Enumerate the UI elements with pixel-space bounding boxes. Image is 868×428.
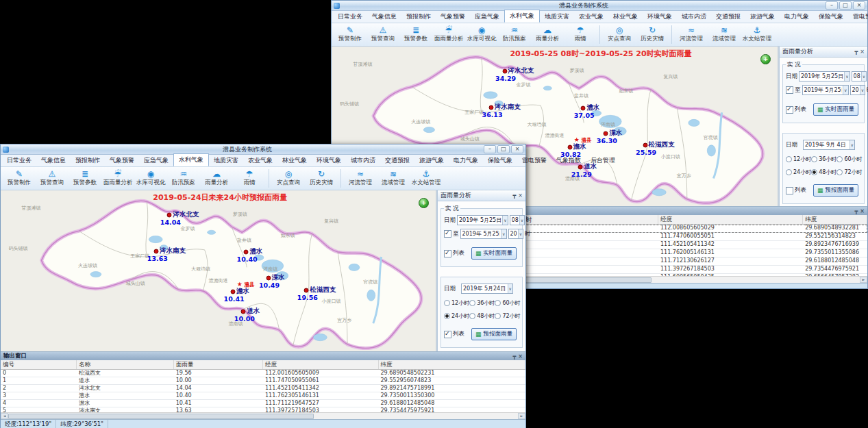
end-date-dropdown[interactable]: 2019年 5月25日 ∨ <box>802 85 849 95</box>
table-row[interactable]: 0松滋西支19.56112.00160560500929.68905485022… <box>1 370 525 377</box>
toolbar-button-warning-params[interactable]: ≣预警参数 <box>399 23 432 46</box>
toolbar-button-flood-plan[interactable]: ♒防汛预案 <box>498 23 531 46</box>
toolbar-button-warning-make[interactable]: ✎预警制作 <box>3 167 36 190</box>
end-hour-dropdown[interactable]: 20 ∨ <box>850 85 866 95</box>
table-row[interactable]: 3澧水10.40111.76230514613129.7350011350300 <box>1 392 525 400</box>
menu-item-林业气象[interactable]: 林业气象 <box>608 11 643 23</box>
toolbar-button-reservoir-view[interactable]: ◉水库可视化 <box>134 167 167 190</box>
radio-60小时[interactable]: 60小时 <box>495 299 520 307</box>
menu-item-环境气象[interactable]: 环境气象 <box>643 11 677 23</box>
radio-72小时[interactable]: 72小时 <box>836 168 862 176</box>
restore-button[interactable]: □ <box>839 1 852 10</box>
menu-item-气象信息[interactable]: 气象信息 <box>36 155 71 166</box>
table-row[interactable]: 2涔水北支14.04111.45210541134229.89214757189… <box>1 385 525 392</box>
toolbar-button-warning-query[interactable]: ⚠预警查询 <box>36 167 69 190</box>
forecast-rainfall-button[interactable]: ▦ 预报面雨量 <box>471 328 517 340</box>
menu-item-电力气象[interactable]: 电力气象 <box>780 11 814 23</box>
radio-36小时[interactable]: 36小时 <box>811 155 836 163</box>
end-date-dropdown[interactable]: 2019年 5月25日 ∨ <box>460 229 507 239</box>
list-checkbox[interactable] <box>786 106 793 114</box>
table-row[interactable]: 1道水10.00111.74705095506129.552956074823 <box>1 377 525 385</box>
column-header-经度[interactable]: 经度 <box>263 360 379 369</box>
titlebar[interactable]: 澧县业务制作系统 – □ × <box>1 144 525 155</box>
toolbar-button-reservoir-view[interactable]: ◉水库可视化 <box>465 23 498 46</box>
panel-close-icon[interactable]: × <box>518 192 523 199</box>
toolbar-button-river-manage[interactable]: ≈河流管理 <box>675 23 708 46</box>
toolbar-button-warning-params[interactable]: ≣预警参数 <box>69 167 101 190</box>
start-hour-dropdown[interactable]: 08 ∨ <box>852 71 867 81</box>
panel-close-icon[interactable]: × <box>518 353 523 360</box>
menu-item-后台管理[interactable]: 后台管理 <box>586 155 620 166</box>
menu-item-水利气象[interactable]: 水利气象 <box>173 153 209 166</box>
to-checkbox[interactable] <box>786 86 793 94</box>
horizontal-scrollbar[interactable]: ◄ ► <box>1 412 525 419</box>
menu-item-旅游气象[interactable]: 旅游气象 <box>745 11 780 23</box>
menu-item-交通预报[interactable]: 交通预报 <box>711 11 745 23</box>
menu-item-保险气象[interactable]: 保险气象 <box>483 155 517 166</box>
menu-item-林业气象[interactable]: 林业气象 <box>277 155 312 166</box>
start-date-dropdown[interactable]: 2019年 5月25日 ∨ <box>457 215 508 225</box>
realtime-rainfall-button[interactable]: ▦ 实时面雨量 <box>471 247 517 260</box>
radio-48小时[interactable]: 48小时 <box>811 168 836 176</box>
map-locate-button[interactable]: + <box>760 54 771 64</box>
column-header-纬度[interactable]: 纬度 <box>803 215 867 224</box>
pin-icon[interactable]: ┳ <box>854 49 858 55</box>
menu-item-预报制作[interactable]: 预报制作 <box>71 155 105 166</box>
toolbar-button-rain-info[interactable]: ☂雨情 <box>233 167 266 190</box>
radio-24小时[interactable]: 24小时 <box>786 168 811 176</box>
menu-item-电力气象[interactable]: 电力气象 <box>449 155 483 166</box>
menu-item-环境气象[interactable]: 环境气象 <box>312 155 346 166</box>
toolbar-button-disaster-query[interactable]: ◎灾点查询 <box>603 23 636 46</box>
radio-48小时[interactable]: 48小时 <box>469 312 495 320</box>
column-header-面雨量[interactable]: 面雨量 <box>174 360 263 369</box>
toolbar-button-history-disaster[interactable]: ↻历史灾情 <box>305 167 338 190</box>
start-date-dropdown[interactable]: 2019年 5月25日 ∨ <box>799 71 850 81</box>
start-hour-dropdown[interactable]: 08 ∨ <box>510 215 525 225</box>
menu-item-雷电预警[interactable]: 雷电预警 <box>517 155 551 166</box>
pin-icon[interactable]: ┳ <box>512 192 516 199</box>
toolbar-button-rain-analysis[interactable]: ☁雨量分析 <box>531 23 564 46</box>
menu-item-地质灾害[interactable]: 地质灾害 <box>209 155 243 166</box>
toolbar-button-areal-rain-analysis[interactable]: ☔面雨量分析 <box>101 167 134 190</box>
end-hour-dropdown[interactable]: 20 ∨ <box>508 229 524 239</box>
list-checkbox[interactable] <box>786 187 793 194</box>
restore-button[interactable]: □ <box>497 145 510 153</box>
scroll-right-icon[interactable]: ► <box>518 413 525 419</box>
panel-close-icon[interactable]: × <box>860 49 865 55</box>
menu-item-气象预警[interactable]: 气象预警 <box>105 155 139 166</box>
toolbar-button-warning-query[interactable]: ⚠预警查询 <box>367 23 399 46</box>
menu-item-气象预警[interactable]: 气象预警 <box>436 11 470 23</box>
panel-close-icon[interactable]: × <box>860 208 865 214</box>
column-header-经度[interactable]: 经度 <box>658 215 803 224</box>
pin-icon[interactable]: ┳ <box>854 208 858 214</box>
menu-item-气象指数[interactable]: 气象指数 <box>551 155 586 166</box>
menu-item-水利气象[interactable]: 水利气象 <box>504 10 540 23</box>
titlebar[interactable]: 澧县业务制作系统 – □ × <box>332 1 867 11</box>
map-area[interactable]: 甘溪滩镇码头铺镇火连坡镇王家厂镇金罗镇梦溪镇复兴镇如东镇盐井镇大堰垱镇涔南镇城头… <box>1 190 437 351</box>
menu-item-气象信息[interactable]: 气象信息 <box>367 11 401 23</box>
toolbar-button-hydro-station-manage[interactable]: ⚓水文站管理 <box>741 23 773 46</box>
menu-item-地质灾害[interactable]: 地质灾害 <box>540 11 574 23</box>
scrollbar-thumb[interactable] <box>8 414 314 419</box>
menu-item-城市内涝[interactable]: 城市内涝 <box>677 11 711 23</box>
close-button[interactable]: × <box>853 1 865 10</box>
table-row[interactable]: 4澹水10.41111.71121964752729.6188012485048 <box>1 400 525 407</box>
scroll-right-icon[interactable]: ► <box>860 277 867 283</box>
menu-item-交通预报[interactable]: 交通预报 <box>380 155 414 166</box>
column-header-纬度[interactable]: 纬度 <box>379 360 525 369</box>
menu-item-预报制作[interactable]: 预报制作 <box>401 11 436 23</box>
realtime-rainfall-button[interactable]: ▦ 实时面雨量 <box>813 103 858 116</box>
map-locate-button[interactable]: + <box>419 198 429 208</box>
toolbar-button-history-disaster[interactable]: ↻历史灾情 <box>636 23 669 46</box>
menu-item-农业气象[interactable]: 农业气象 <box>574 11 608 23</box>
radio-12小时[interactable]: 12小时 <box>444 299 469 307</box>
toolbar-button-rain-info[interactable]: ☂雨情 <box>564 23 597 46</box>
toolbar-button-disaster-query[interactable]: ◎灾点查询 <box>272 167 305 190</box>
menu-item-应急气象[interactable]: 应急气象 <box>470 11 504 23</box>
toolbar-button-warning-make[interactable]: ✎预警制作 <box>334 23 367 46</box>
table-row[interactable]: 5涔水南支13.63111.39725718450329.73544759759… <box>1 407 525 412</box>
minimize-button[interactable]: – <box>826 1 838 10</box>
to-checkbox[interactable] <box>444 230 451 238</box>
list-checkbox[interactable] <box>444 250 451 257</box>
menu-item-日常业务[interactable]: 日常业务 <box>333 11 367 23</box>
